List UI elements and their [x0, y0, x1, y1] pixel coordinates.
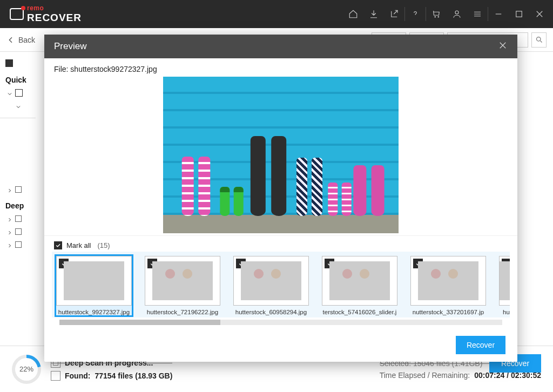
logo-icon: [10, 8, 24, 20]
preview-modal: Preview File: shutterstock99272327.jpg M…: [44, 35, 517, 362]
modal-footer: Recover: [44, 328, 517, 362]
back-label: Back: [18, 36, 35, 44]
thumb-filename: terstock_57416026_slider.j: [322, 306, 397, 315]
thumb-image: [152, 261, 213, 300]
tree-row[interactable]: [5, 238, 30, 251]
thumb-image: [241, 261, 301, 300]
thumb-image: [500, 261, 510, 300]
preview-stage: [44, 77, 517, 235]
file-prefix: File:: [54, 65, 70, 73]
thumbnail[interactable]: hut: [499, 256, 510, 315]
progress-ring: 22%: [12, 355, 41, 384]
modal-recover-button[interactable]: Recover: [456, 336, 505, 354]
found-icon: [51, 371, 60, 381]
thumb-image: [329, 261, 390, 300]
thumbnail[interactable]: terstock_57416026_slider.j: [322, 256, 397, 315]
found-line: Found: 77154 files (18.93 GB): [51, 371, 172, 381]
download-icon[interactable]: [363, 0, 384, 28]
file-line: File: shutterstock99272327.jpg: [44, 58, 517, 77]
svg-point-0: [455, 11, 458, 14]
thumb-image: [64, 261, 124, 300]
close-icon[interactable]: [529, 0, 550, 28]
thumbnail[interactable]: hutterstock_99272327.jpg: [56, 256, 132, 315]
sidebar: Quick Deep: [0, 52, 36, 346]
mark-all-row: Mark all (15): [44, 235, 517, 252]
modal-header: Preview: [44, 35, 517, 58]
thumbnail[interactable]: hutterstock_60958294.jpg: [233, 256, 309, 315]
modal-title: Preview: [54, 41, 86, 52]
thumbnail[interactable]: hutterstock_72196222.jpg: [145, 256, 220, 315]
tree-row[interactable]: [5, 212, 30, 225]
maximize-icon[interactable]: [509, 0, 529, 28]
progress-pct: 22%: [19, 365, 33, 373]
found-value: 77154 files (18.93 GB): [95, 371, 172, 380]
back-button[interactable]: Back: [6, 36, 35, 44]
found-label: Found:: [65, 371, 90, 380]
mark-all-checkbox[interactable]: [54, 241, 62, 249]
modal-close-button[interactable]: [498, 40, 508, 52]
sidebar-heading-deep: Deep: [5, 201, 30, 210]
tree-row[interactable]: [5, 99, 30, 112]
thumbnail-strip[interactable]: hutterstock_99272327.jpghutterstock_7219…: [52, 252, 510, 317]
tree-row[interactable]: [5, 183, 30, 196]
thumb-filename: hutterstock_60958294.jpg: [233, 306, 309, 315]
logo-text-top: remo: [27, 4, 82, 12]
sidebar-heading-quick: Quick: [5, 76, 30, 84]
file-name: shutterstock99272327.jpg: [70, 65, 157, 73]
menu-icon[interactable]: [467, 0, 488, 28]
search-button[interactable]: [531, 32, 547, 48]
thumb-filename: hutterstock_99272327.jpg: [56, 306, 132, 315]
cart-icon[interactable]: [426, 0, 447, 28]
app-logo: remo RECOVER: [10, 4, 82, 24]
export-icon[interactable]: [384, 0, 404, 28]
thumb-filename: nutterstock_337201697.jp: [410, 306, 486, 315]
mark-all-label[interactable]: Mark all: [66, 241, 91, 249]
tree-row[interactable]: [5, 225, 30, 238]
svg-point-2: [536, 37, 541, 42]
titlebar: remo RECOVER: [0, 0, 553, 28]
view-icon[interactable]: [5, 59, 13, 67]
tree-row[interactable]: [5, 86, 30, 99]
time-label: Time Elapsed / Remaining:: [380, 371, 470, 380]
thumb-filename: hutterstock_72196222.jpg: [145, 306, 220, 315]
mark-all-count: (15): [98, 241, 110, 249]
drive-icon: [15, 89, 23, 97]
preview-image: [163, 77, 399, 233]
svg-rect-1: [516, 11, 522, 17]
thumb-image: [418, 261, 478, 300]
help-icon[interactable]: [405, 0, 426, 28]
scrollbar-thumb[interactable]: [59, 320, 220, 325]
logo-text-main: RECOVER: [27, 12, 82, 24]
thumbnail[interactable]: nutterstock_337201697.jp: [410, 256, 486, 315]
home-icon[interactable]: [343, 0, 363, 28]
thumb-scrollbar[interactable]: [59, 320, 502, 325]
minimize-icon[interactable]: [488, 0, 509, 28]
user-icon[interactable]: [447, 0, 467, 28]
